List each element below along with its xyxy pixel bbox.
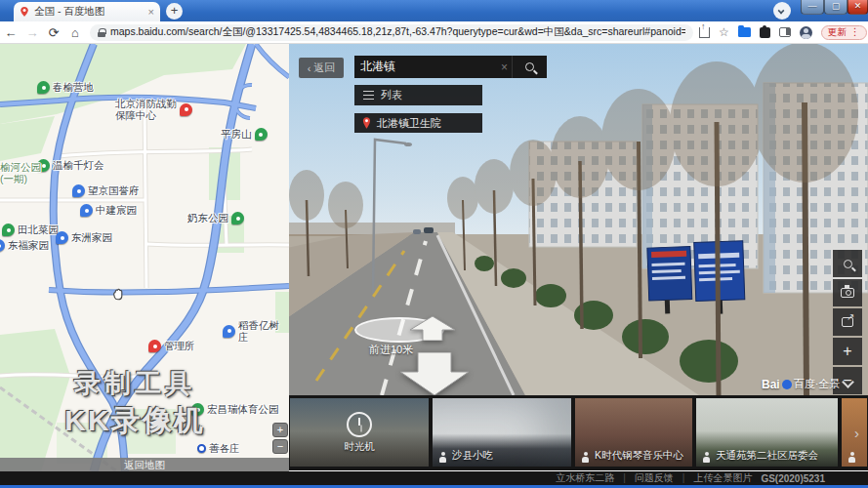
pano-thumbnail[interactable]: 天通苑第二社区居委会 <box>696 398 838 467</box>
tab-close-icon[interactable]: × <box>148 7 154 18</box>
footer-link[interactable]: 问题反馈 <box>635 471 694 485</box>
map-zoom-out-button[interactable]: − <box>272 439 288 454</box>
new-tab-button[interactable]: + <box>166 3 183 20</box>
pano-search-bar: × <box>354 56 547 78</box>
navigate-backward-arrow[interactable] <box>400 352 469 395</box>
clear-search-icon[interactable]: × <box>497 61 512 74</box>
pano-toolbar: + − <box>833 250 862 394</box>
window-close-button[interactable]: ✕ <box>847 0 868 15</box>
navigate-forward-arrow[interactable] <box>410 316 455 341</box>
thumbnail-list: 时光机 沙县小吃 K时代钢琴音乐中心 天通苑第二社区居委会 <box>289 395 868 470</box>
window-maximize-button[interactable]: ▢ <box>824 0 847 15</box>
lock-icon <box>98 28 105 37</box>
pano-thumbnail[interactable]: 沙县小吃 <box>433 398 571 467</box>
grab-cursor-icon <box>111 288 125 302</box>
browser-window: 全国 - 百度地图 × + — ▢ ✕ ← → ⟳ ⌂ maps.baidu.c… <box>0 0 868 488</box>
side-panel-icon[interactable] <box>779 27 791 37</box>
tab-title: 全国 - 百度地图 <box>34 5 144 19</box>
back-button[interactable]: ← <box>0 25 21 40</box>
profile-avatar[interactable] <box>800 26 812 39</box>
browser-toolbar: ← → ⟳ ⌂ maps.baidu.com/search/全国/@133174… <box>0 21 868 44</box>
pano-back-button[interactable]: ‹ 返回 <box>299 58 344 78</box>
footer-link[interactable]: 上传全景图片 <box>693 471 752 485</box>
thumbnail-strip: 时光机 沙县小吃 K时代钢琴音乐中心 天通苑第二社区居委会 › <box>289 395 868 470</box>
chevron-down-icon <box>842 376 854 388</box>
window-minimize-button[interactable]: — <box>801 0 824 15</box>
list-icon <box>363 91 374 100</box>
home-button[interactable]: ⌂ <box>64 25 86 40</box>
title-bar: 全国 - 百度地图 × + — ▢ ✕ <box>0 0 868 21</box>
url-text: maps.baidu.com/search/全国/@13317425.54,48… <box>110 25 685 39</box>
share-pano-button[interactable] <box>833 308 862 336</box>
bookmarks-folder-icon[interactable] <box>738 27 751 37</box>
chevron-down-icon <box>778 8 785 15</box>
pegman-icon <box>580 452 591 463</box>
map-pin-favicon <box>20 7 29 17</box>
screenshot-button[interactable] <box>833 279 862 306</box>
browser-tab[interactable]: 全国 - 百度地图 × <box>14 2 160 21</box>
back-to-map-button[interactable]: 返回地图 <box>0 458 289 471</box>
thumbnails-next-button[interactable]: › <box>854 425 859 441</box>
baidu-paw-icon <box>782 380 792 389</box>
baidu-panorama-logo: Bai百度·全景 <box>762 377 840 391</box>
pegman-icon <box>347 412 372 437</box>
streetview-panorama[interactable]: ‹ 返回 × 列表 北港镇卫生院 前进10米 <box>289 44 868 395</box>
camera-icon <box>841 288 854 298</box>
map-zoom-in-button[interactable]: + <box>272 423 288 437</box>
kebab-menu-icon: ⋮ <box>850 27 860 37</box>
map-zoom-controls: + − <box>272 423 288 454</box>
pano-thumbnail[interactable]: K时代钢琴音乐中心 <box>575 398 692 467</box>
share-icon <box>842 317 853 327</box>
pegman-icon <box>847 452 857 463</box>
bookmark-star-icon[interactable]: ☆ <box>719 26 729 38</box>
address-bar[interactable]: maps.baidu.com/search/全国/@13317425.54,48… <box>90 24 693 41</box>
search-icon <box>525 62 534 71</box>
share-icon[interactable] <box>699 27 710 38</box>
reload-button[interactable]: ⟳ <box>43 25 64 40</box>
pegman-icon <box>701 452 712 463</box>
result-pin-icon <box>362 117 371 129</box>
extensions-icon[interactable] <box>760 27 770 38</box>
pano-zoom-in-button[interactable]: + <box>833 338 862 365</box>
search-icon <box>844 260 852 268</box>
pano-search-input[interactable] <box>354 61 497 74</box>
pano-search-button[interactable] <box>512 56 547 78</box>
update-label: 更新 <box>828 26 847 39</box>
tab-search-button[interactable] <box>773 2 791 20</box>
map-panel[interactable]: 春榆营地 北京消防战勤 保障中心 平房山 温榆千灯会 榆河公园 (一期) 望京国… <box>0 44 289 471</box>
license-number: GS(2020)5231 <box>761 473 825 484</box>
browser-update-menu[interactable]: 更新 ⋮ <box>821 25 867 40</box>
pano-thumbnail[interactable]: 时光机 <box>290 398 429 467</box>
pano-list-toggle[interactable]: 列表 <box>354 85 482 105</box>
forward-button[interactable]: → <box>21 25 43 40</box>
pano-search-tool-button[interactable] <box>833 250 862 277</box>
footer-link[interactable]: 立水桥东二路 <box>556 471 635 485</box>
pegman-icon <box>437 452 448 463</box>
pano-footer-bar: 立水桥东二路问题反馈上传全景图片 GS(2020)5231 <box>0 471 868 485</box>
pano-search-result[interactable]: 北港镇卫生院 <box>354 113 482 133</box>
map-canvas <box>0 44 289 471</box>
